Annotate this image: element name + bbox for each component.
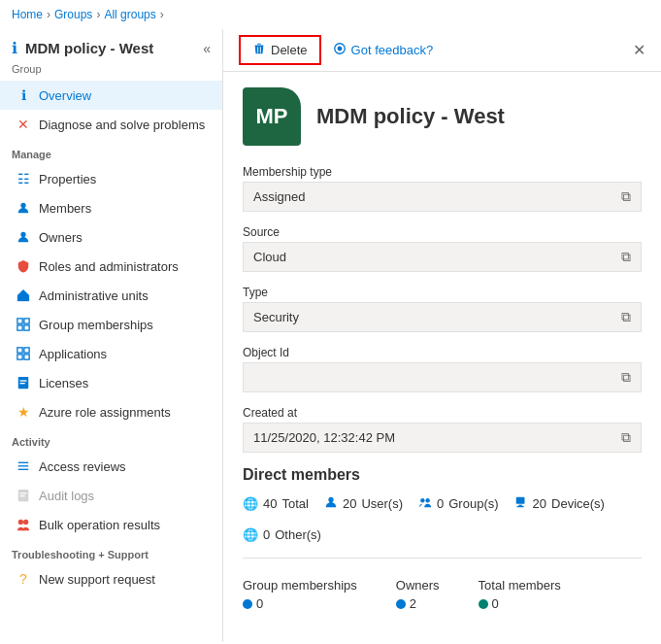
sidebar-item-licenses[interactable]: Licenses: [0, 368, 222, 397]
audit-logs-icon: [16, 488, 31, 503]
sidebar-title: MDM policy - West: [25, 40, 153, 56]
copy-object-id[interactable]: ⧉: [621, 369, 631, 386]
sidebar-item-diagnose[interactable]: ✕ Diagnose and solve problems: [0, 110, 222, 139]
stat-groups-label: Group(s): [448, 496, 498, 511]
summary-col-total-members: Total members 0: [479, 578, 561, 611]
members-icon: [16, 200, 31, 216]
breadcrumb-groups[interactable]: Groups: [54, 8, 92, 21]
access-reviews-icon: [16, 458, 31, 474]
field-value-object-id: ⧉: [243, 362, 642, 392]
applications-icon: [16, 346, 31, 361]
copy-created-at[interactable]: ⧉: [621, 429, 631, 446]
licenses-icon: [16, 375, 31, 390]
stat-devices: 20 Device(s): [514, 495, 605, 512]
sidebar-item-group-memberships[interactable]: Group memberships: [0, 310, 222, 339]
svg-rect-20: [20, 495, 25, 496]
breadcrumb-sep-1: ›: [47, 8, 50, 21]
field-object-id: Object Id ⧉: [243, 346, 642, 392]
toolbar: Delete Got feedback? ✕: [223, 29, 661, 72]
stat-users-label: User(s): [361, 496, 403, 511]
group-memberships-icon: [16, 317, 31, 332]
summary-col-owners-header: Owners: [396, 578, 440, 593]
field-value-membership-type: Assigned ⧉: [243, 182, 642, 212]
sidebar-item-access-reviews[interactable]: Access reviews: [0, 452, 222, 481]
close-button[interactable]: ✕: [633, 41, 645, 59]
device-icon-stat: [514, 495, 528, 512]
summary-col-group-memberships-header: Group memberships: [243, 578, 357, 593]
delete-label: Delete: [271, 43, 308, 57]
svg-rect-29: [518, 505, 522, 506]
breadcrumb-sep-3: ›: [160, 8, 164, 21]
svg-rect-17: [18, 469, 29, 470]
field-value-source: Cloud ⧉: [243, 242, 642, 272]
sidebar-item-group-memberships-label: Group memberships: [39, 318, 153, 332]
sidebar-item-azure-roles-label: Azure role assignments: [39, 405, 171, 420]
breadcrumb-home[interactable]: Home: [12, 8, 43, 21]
sidebar: ℹ MDM policy - West « Group ℹ Overview ✕…: [0, 29, 223, 642]
sidebar-item-owners[interactable]: Owners: [0, 222, 222, 252]
sidebar-item-bulk-ops[interactable]: Bulk operation results: [0, 510, 222, 539]
sidebar-item-roles[interactable]: Roles and administrators: [0, 252, 222, 281]
azure-roles-icon: ★: [16, 404, 31, 420]
copy-source[interactable]: ⧉: [621, 249, 631, 265]
sidebar-item-members[interactable]: Members: [0, 193, 222, 222]
field-label-created-at: Created at: [243, 406, 642, 420]
svg-rect-4: [17, 319, 22, 323]
stat-devices-label: Device(s): [551, 496, 605, 511]
svg-rect-13: [20, 380, 27, 381]
sidebar-item-overview[interactable]: ℹ Overview: [0, 81, 222, 110]
sidebar-header: ℹ MDM policy - West «: [0, 29, 222, 63]
copy-type[interactable]: ⧉: [621, 309, 631, 325]
stat-devices-count: 20: [533, 496, 546, 511]
svg-rect-6: [17, 325, 22, 330]
sidebar-item-members-label: Members: [39, 201, 91, 216]
sidebar-item-overview-label: Overview: [39, 88, 91, 103]
svg-point-1: [20, 232, 25, 237]
entity-header: MP MDM policy - West: [243, 87, 642, 146]
breadcrumb-sep-2: ›: [96, 8, 100, 21]
dot-group-memberships: [243, 599, 252, 609]
summary-col-total-members-header: Total members: [479, 578, 561, 593]
summary-section: Group memberships 0 Owners 2: [243, 558, 642, 611]
svg-rect-15: [18, 462, 29, 463]
sidebar-item-properties[interactable]: ☷ Properties: [0, 164, 222, 193]
sidebar-item-azure-roles[interactable]: ★ Azure role assignments: [0, 397, 222, 426]
stat-others: 🌐 0 Other(s): [243, 527, 321, 542]
svg-marker-3: [17, 289, 29, 295]
sidebar-item-bulk-ops-label: Bulk operation results: [39, 518, 160, 532]
delete-button[interactable]: Delete: [239, 35, 321, 65]
svg-point-21: [18, 520, 23, 525]
svg-rect-28: [515, 497, 524, 504]
svg-rect-5: [24, 319, 29, 323]
sidebar-item-applications-label: Applications: [39, 347, 107, 361]
feedback-button[interactable]: Got feedback?: [333, 42, 434, 58]
globe-icon-others: 🌐: [243, 527, 258, 542]
svg-point-27: [425, 498, 429, 502]
sidebar-item-licenses-label: Licenses: [39, 376, 88, 390]
entity-avatar: MP: [243, 87, 301, 146]
svg-point-0: [20, 203, 25, 208]
sidebar-item-new-support[interactable]: ? New support request: [0, 564, 222, 593]
copy-membership-type[interactable]: ⧉: [621, 188, 631, 205]
collapse-button[interactable]: «: [203, 41, 211, 56]
sidebar-item-diagnose-label: Diagnose and solve problems: [39, 118, 205, 132]
sidebar-item-audit-logs-label: Audit logs: [39, 489, 94, 503]
sidebar-item-applications[interactable]: Applications: [0, 339, 222, 368]
sidebar-item-admin-units[interactable]: Administrative units: [0, 281, 222, 310]
feedback-icon: [333, 42, 347, 58]
stat-total: 🌐 40 Total: [243, 496, 309, 511]
delete-icon: [252, 42, 266, 58]
breadcrumb-all-groups[interactable]: All groups: [104, 8, 155, 21]
main-content: Delete Got feedback? ✕ MP MDM policy - W…: [223, 29, 661, 642]
sidebar-item-audit-logs[interactable]: Audit logs: [0, 481, 222, 510]
sidebar-header-icon: ℹ: [12, 39, 17, 57]
field-label-type: Type: [243, 286, 642, 299]
stat-total-label: Total: [281, 496, 308, 511]
entity-name: MDM policy - West: [316, 104, 505, 129]
stat-users-count: 20: [343, 496, 356, 511]
summary-col-total-members-value: 0: [479, 596, 561, 611]
overview-icon: ℹ: [16, 87, 31, 103]
stat-total-count: 40: [263, 496, 277, 511]
section-troubleshooting: Troubleshooting + Support: [0, 539, 222, 564]
svg-rect-10: [17, 355, 22, 359]
